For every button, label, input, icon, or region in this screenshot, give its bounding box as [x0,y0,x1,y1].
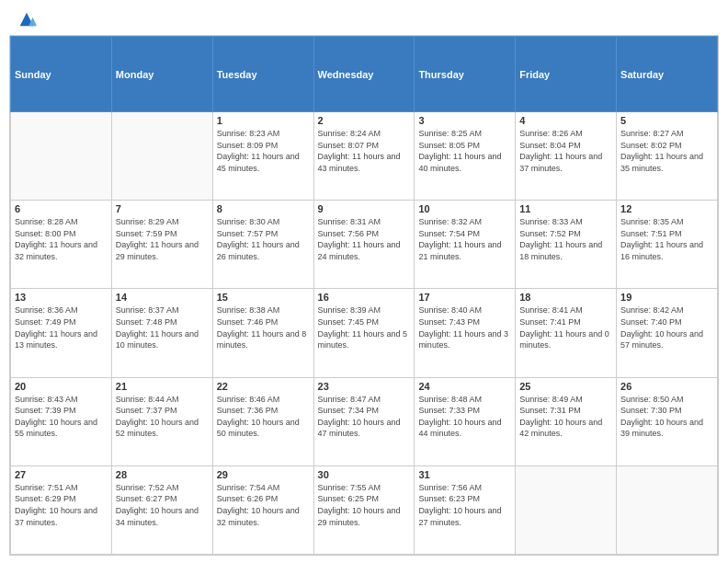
calendar-cell: 17Sunrise: 8:40 AM Sunset: 7:43 PM Dayli… [415,289,516,377]
calendar-cell [617,465,718,554]
weekday-header-thursday: Thursday [415,37,516,112]
calendar-cell: 12Sunrise: 8:35 AM Sunset: 7:51 PM Dayli… [617,201,718,289]
day-number: 21 [116,381,209,392]
calendar-cell: 31Sunrise: 7:56 AM Sunset: 6:23 PM Dayli… [415,465,516,554]
calendar-header: SundayMondayTuesdayWednesdayThursdayFrid… [11,37,718,112]
logo-icon [17,9,37,29]
calendar-cell: 16Sunrise: 8:39 AM Sunset: 7:45 PM Dayli… [313,289,415,377]
day-info: Sunrise: 8:23 AM Sunset: 8:09 PM Dayligh… [217,128,310,174]
calendar-cell: 23Sunrise: 8:47 AM Sunset: 7:34 PM Dayli… [313,377,415,465]
day-info: Sunrise: 8:40 AM Sunset: 7:43 PM Dayligh… [418,304,511,350]
day-number: 23 [318,381,411,392]
day-info: Sunrise: 8:25 AM Sunset: 8:05 PM Dayligh… [418,128,511,174]
day-number: 31 [418,469,511,480]
weekday-header-monday: Monday [111,37,212,112]
day-info: Sunrise: 8:43 AM Sunset: 7:39 PM Dayligh… [15,394,108,440]
day-info: Sunrise: 8:47 AM Sunset: 7:34 PM Dayligh… [318,394,411,440]
day-info: Sunrise: 8:46 AM Sunset: 7:36 PM Dayligh… [217,394,310,440]
day-number: 2 [318,115,411,126]
day-number: 19 [620,292,713,303]
calendar-cell: 18Sunrise: 8:41 AM Sunset: 7:41 PM Dayli… [516,289,617,377]
calendar-body: 1Sunrise: 8:23 AM Sunset: 8:09 PM Daylig… [11,112,718,555]
day-number: 8 [217,203,310,214]
calendar-cell: 7Sunrise: 8:29 AM Sunset: 7:59 PM Daylig… [111,201,212,289]
day-number: 18 [519,292,612,303]
day-number: 27 [15,469,108,480]
weekday-header-saturday: Saturday [617,37,718,112]
calendar-cell: 26Sunrise: 8:50 AM Sunset: 7:30 PM Dayli… [617,377,718,465]
calendar-table: SundayMondayTuesdayWednesdayThursdayFrid… [10,36,718,555]
calendar-cell: 8Sunrise: 8:30 AM Sunset: 7:57 PM Daylig… [212,201,313,289]
calendar-cell: 13Sunrise: 8:36 AM Sunset: 7:49 PM Dayli… [11,289,112,377]
calendar-cell [516,465,617,554]
calendar-cell: 14Sunrise: 8:37 AM Sunset: 7:48 PM Dayli… [111,289,212,377]
day-info: Sunrise: 8:28 AM Sunset: 8:00 PM Dayligh… [15,216,108,262]
day-info: Sunrise: 8:32 AM Sunset: 7:54 PM Dayligh… [418,216,511,262]
day-number: 1 [217,115,310,126]
day-info: Sunrise: 7:54 AM Sunset: 6:26 PM Dayligh… [217,482,310,528]
weekday-header-sunday: Sunday [11,37,112,112]
day-info: Sunrise: 8:26 AM Sunset: 8:04 PM Dayligh… [519,128,612,174]
calendar: SundayMondayTuesdayWednesdayThursdayFrid… [9,35,719,556]
day-number: 11 [519,203,612,214]
day-info: Sunrise: 8:36 AM Sunset: 7:49 PM Dayligh… [15,304,108,350]
day-number: 14 [116,292,209,303]
day-info: Sunrise: 8:49 AM Sunset: 7:31 PM Dayligh… [519,394,612,440]
calendar-cell: 30Sunrise: 7:55 AM Sunset: 6:25 PM Dayli… [313,465,415,554]
day-info: Sunrise: 8:44 AM Sunset: 7:37 PM Dayligh… [116,394,209,440]
calendar-cell: 28Sunrise: 7:52 AM Sunset: 6:27 PM Dayli… [111,465,212,554]
day-number: 29 [217,469,310,480]
day-info: Sunrise: 7:52 AM Sunset: 6:27 PM Dayligh… [116,482,209,528]
calendar-cell: 5Sunrise: 8:27 AM Sunset: 8:02 PM Daylig… [617,112,718,201]
weekday-header-tuesday: Tuesday [212,37,313,112]
day-number: 24 [418,381,511,392]
day-info: Sunrise: 8:38 AM Sunset: 7:46 PM Dayligh… [217,304,310,350]
calendar-week-2: 6Sunrise: 8:28 AM Sunset: 8:00 PM Daylig… [11,201,718,289]
weekday-header-friday: Friday [516,37,617,112]
day-number: 28 [116,469,209,480]
calendar-cell: 4Sunrise: 8:26 AM Sunset: 8:04 PM Daylig… [516,112,617,201]
day-number: 30 [318,469,411,480]
day-info: Sunrise: 7:56 AM Sunset: 6:23 PM Dayligh… [418,482,511,528]
calendar-cell: 20Sunrise: 8:43 AM Sunset: 7:39 PM Dayli… [11,377,112,465]
logo [15,9,37,29]
day-number: 22 [217,381,310,392]
calendar-cell: 3Sunrise: 8:25 AM Sunset: 8:05 PM Daylig… [415,112,516,201]
calendar-week-3: 13Sunrise: 8:36 AM Sunset: 7:49 PM Dayli… [11,289,718,377]
day-number: 20 [15,381,108,392]
calendar-cell: 11Sunrise: 8:33 AM Sunset: 7:52 PM Dayli… [516,201,617,289]
calendar-cell: 9Sunrise: 8:31 AM Sunset: 7:56 PM Daylig… [313,201,415,289]
day-number: 16 [318,292,411,303]
calendar-cell: 21Sunrise: 8:44 AM Sunset: 7:37 PM Dayli… [111,377,212,465]
calendar-week-1: 1Sunrise: 8:23 AM Sunset: 8:09 PM Daylig… [11,112,718,201]
calendar-cell: 6Sunrise: 8:28 AM Sunset: 8:00 PM Daylig… [11,201,112,289]
calendar-cell: 22Sunrise: 8:46 AM Sunset: 7:36 PM Dayli… [212,377,313,465]
calendar-week-4: 20Sunrise: 8:43 AM Sunset: 7:39 PM Dayli… [11,377,718,465]
day-info: Sunrise: 8:30 AM Sunset: 7:57 PM Dayligh… [217,216,310,262]
day-info: Sunrise: 7:55 AM Sunset: 6:25 PM Dayligh… [318,482,411,528]
day-number: 17 [418,292,511,303]
weekday-header-wednesday: Wednesday [313,37,415,112]
calendar-week-5: 27Sunrise: 7:51 AM Sunset: 6:29 PM Dayli… [11,465,718,554]
day-number: 6 [15,203,108,214]
day-info: Sunrise: 8:31 AM Sunset: 7:56 PM Dayligh… [318,216,411,262]
day-number: 15 [217,292,310,303]
day-info: Sunrise: 8:29 AM Sunset: 7:59 PM Dayligh… [116,216,209,262]
calendar-cell: 19Sunrise: 8:42 AM Sunset: 7:40 PM Dayli… [617,289,718,377]
day-number: 3 [418,115,511,126]
header [0,0,728,35]
day-info: Sunrise: 8:37 AM Sunset: 7:48 PM Dayligh… [116,304,209,350]
day-info: Sunrise: 8:39 AM Sunset: 7:45 PM Dayligh… [318,304,411,350]
calendar-cell: 24Sunrise: 8:48 AM Sunset: 7:33 PM Dayli… [415,377,516,465]
day-number: 9 [318,203,411,214]
day-info: Sunrise: 7:51 AM Sunset: 6:29 PM Dayligh… [15,482,108,528]
day-number: 5 [620,115,713,126]
calendar-cell: 25Sunrise: 8:49 AM Sunset: 7:31 PM Dayli… [516,377,617,465]
day-number: 13 [15,292,108,303]
calendar-cell: 1Sunrise: 8:23 AM Sunset: 8:09 PM Daylig… [212,112,313,201]
calendar-cell: 10Sunrise: 8:32 AM Sunset: 7:54 PM Dayli… [415,201,516,289]
day-number: 26 [620,381,713,392]
calendar-cell: 29Sunrise: 7:54 AM Sunset: 6:26 PM Dayli… [212,465,313,554]
day-number: 25 [519,381,612,392]
day-info: Sunrise: 8:33 AM Sunset: 7:52 PM Dayligh… [519,216,612,262]
